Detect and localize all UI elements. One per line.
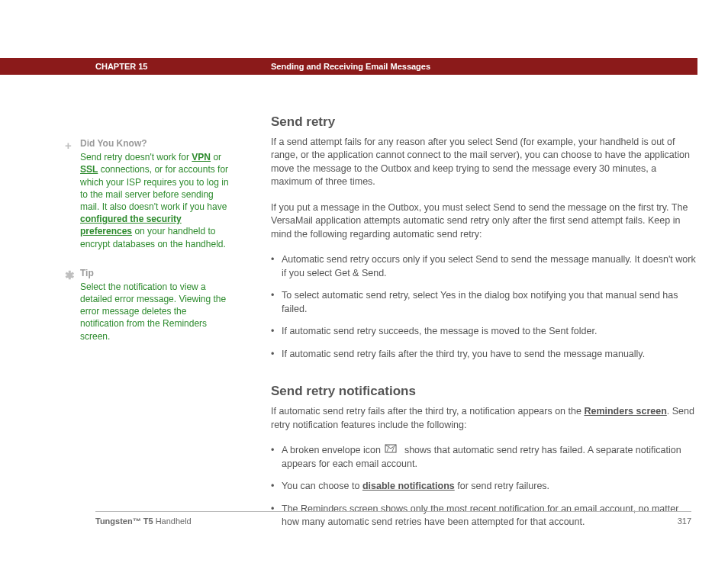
page-number: 317 [678,516,691,526]
text: or [211,152,221,162]
page-content: + Did You Know? Send retry doesn't work … [0,99,728,563]
paragraph: If a send attempt fails for any reason a… [271,136,698,189]
did-you-know-heading: Did You Know? [80,137,229,150]
tip-block: ✱ Tip Select the notification to view a … [80,267,229,343]
text: connections, or for accounts for which y… [80,164,229,212]
text: for send retry failures. [455,481,549,491]
page-footer: Tungsten™ T5 Handheld 317 [95,511,691,526]
list-item: A broken envelope icon shows that automa… [271,444,698,471]
list-item: To select automatic send retry, select Y… [271,289,698,316]
list-item: If automatic send retry fails after the … [271,348,698,362]
tip-body: Select the notification to view a detail… [80,281,229,343]
main-column: Send retry If a send attempt fails for a… [271,113,698,539]
paragraph: If you put a message in the Outbox, you … [271,201,698,242]
reminders-screen-link[interactable]: Reminders screen [584,406,666,417]
chapter-header: CHAPTER 15 Sending and Receiving Email M… [0,58,697,75]
list-item: Automatic send retry occurs only if you … [271,253,698,280]
list-item: If automatic send retry succeeds, the me… [271,325,698,339]
list-item: You can choose to disable notifications … [271,480,698,494]
text: Send retry doesn't work for [80,152,192,162]
did-you-know-block: + Did You Know? Send retry doesn't work … [80,137,229,250]
product-name: Tungsten™ T5 Handheld [95,516,192,526]
bullet-list-1: Automatic send retry occurs only if you … [271,253,698,361]
tip-heading: Tip [80,267,229,279]
text: If automatic send retry fails after the … [271,406,584,417]
chapter-title: Sending and Receiving Email Messages [271,62,430,71]
section-title-send-retry: Send retry [271,113,698,131]
vpn-link[interactable]: VPN [192,152,211,162]
plus-icon: + [65,138,72,153]
chapter-number: CHAPTER 15 [95,62,271,71]
disable-notifications-link[interactable]: disable notifications [362,481,455,491]
ssl-link[interactable]: SSL [80,164,98,175]
broken-envelope-icon [385,444,400,458]
paragraph: If automatic send retry fails after the … [271,405,698,432]
asterisk-icon: ✱ [65,268,75,283]
section-title-notifications: Send retry notifications [271,382,698,401]
did-you-know-body: Send retry doesn't work for VPN or SSL c… [80,151,229,250]
text: You can choose to [282,481,362,491]
sidebar: + Did You Know? Send retry doesn't work … [80,137,229,359]
text: A broken envelope icon [282,445,383,455]
product-rest: Handheld [153,516,192,526]
product-bold: Tungsten™ T5 [95,516,153,526]
